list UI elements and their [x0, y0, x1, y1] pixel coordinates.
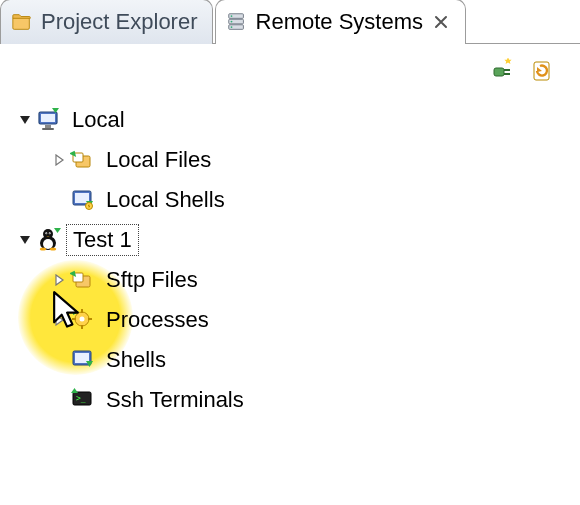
shell-icon	[70, 187, 96, 213]
tab-strip: Project Explorer Remote Systems	[0, 0, 580, 44]
tree-label: Ssh Terminals	[100, 385, 250, 415]
twisty-collapsed-icon[interactable]	[52, 273, 66, 287]
shell-icon	[70, 347, 96, 373]
tree-node-ssh-terminals[interactable]: Ssh Terminals	[18, 380, 576, 420]
tree-node-local[interactable]: Local	[18, 100, 576, 140]
terminal-icon	[70, 387, 96, 413]
twisty-collapsed-icon[interactable]	[52, 313, 66, 327]
tree-node-local-files[interactable]: Local Files	[18, 140, 576, 180]
tree-node-shells[interactable]: Shells	[18, 340, 576, 380]
twisty-expanded-icon[interactable]	[18, 113, 32, 127]
tree-label: Local Files	[100, 145, 217, 175]
files-icon	[70, 147, 96, 173]
tab-remote-systems[interactable]: Remote Systems	[215, 0, 467, 44]
tab-label: Project Explorer	[41, 9, 198, 35]
twisty-spacer	[52, 193, 66, 207]
linux-penguin-icon	[36, 227, 62, 253]
folder-icon	[11, 11, 33, 33]
close-icon[interactable]	[431, 12, 451, 32]
tree-label: Processes	[100, 305, 215, 335]
new-connection-icon[interactable]	[490, 58, 514, 82]
tab-project-explorer[interactable]: Project Explorer	[0, 0, 213, 44]
tree-label: Local Shells	[100, 185, 231, 215]
twisty-spacer	[52, 393, 66, 407]
connections-tree: Local Local Files Local Shells Test 1	[0, 92, 580, 424]
twisty-expanded-icon[interactable]	[18, 233, 32, 247]
tree-label: Test 1	[66, 224, 139, 256]
twisty-collapsed-icon[interactable]	[52, 153, 66, 167]
tree-node-sftp-files[interactable]: Sftp Files	[18, 260, 576, 300]
tab-label: Remote Systems	[256, 9, 424, 35]
tree-node-test1[interactable]: Test 1	[18, 220, 576, 260]
processes-icon	[70, 307, 96, 333]
twisty-spacer	[52, 353, 66, 367]
tree-node-local-shells[interactable]: Local Shells	[18, 180, 576, 220]
tree-label: Local	[66, 105, 131, 135]
refresh-icon[interactable]	[530, 58, 554, 82]
tree-label: Shells	[100, 345, 172, 375]
monitor-icon	[36, 107, 62, 133]
tree-label: Sftp Files	[100, 265, 204, 295]
view-toolbar	[0, 44, 580, 92]
files-icon	[70, 267, 96, 293]
tree-node-processes[interactable]: Processes	[18, 300, 576, 340]
servers-icon	[226, 11, 248, 33]
